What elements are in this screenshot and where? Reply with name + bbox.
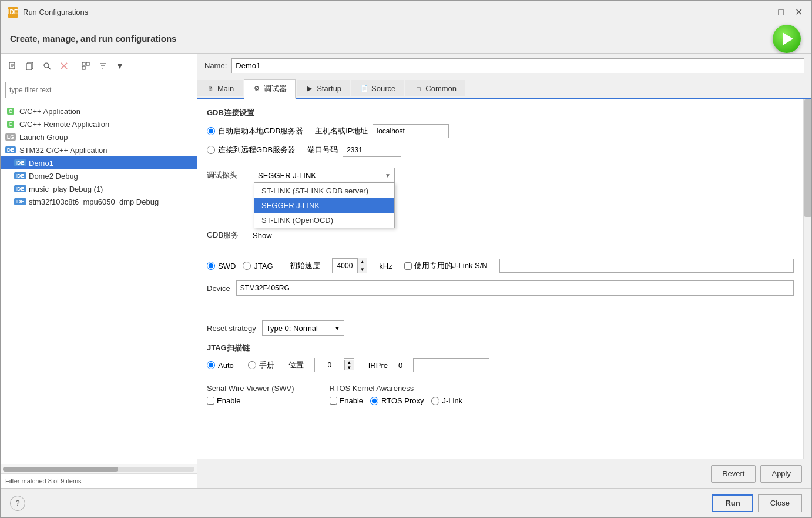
rtos-radio-group: Enable RTOS Proxy J-Link [330, 396, 463, 405]
rtos-proxy-radio[interactable] [370, 397, 378, 405]
tab-startup[interactable]: ▶ Startup [297, 80, 350, 96]
remote-gdb-label[interactable]: 连接到远程GDB服务器 [207, 145, 296, 155]
title-bar: IDE Run Configurations □ ✕ [1, 1, 811, 24]
search-button[interactable] [39, 59, 55, 73]
speed-up-button[interactable]: ▲ [358, 258, 367, 266]
source-tab-icon: 📄 [360, 85, 368, 93]
rtos-enable-label[interactable]: Enable [330, 396, 363, 405]
sidebar-item-dome2[interactable]: IDE Dome2 Debug [1, 169, 197, 182]
tab-startup-label: Startup [317, 84, 341, 93]
debug-probe-dropdown[interactable]: SEGGER J-LINK ▼ [254, 168, 395, 183]
probe-option-segger[interactable]: SEGGER J-LINK [254, 198, 394, 213]
show-label: Show [253, 231, 272, 240]
sidebar-item-cpp-app[interactable]: C C/C++ Application [1, 105, 197, 118]
position-up-button[interactable]: ▲ [345, 360, 354, 365]
swv-enable-label[interactable]: Enable [207, 396, 294, 405]
position-input[interactable] [315, 358, 344, 372]
jtag-auto-radio[interactable] [207, 361, 215, 369]
debug-probe-label: 调试探头 [207, 170, 248, 181]
sidebar-item-cpp-remote[interactable]: C C/C++ Remote Application [1, 118, 197, 131]
rtos-jlink-radio[interactable] [431, 397, 439, 405]
filter-input[interactable] [5, 82, 192, 98]
reset-dropdown-arrow-icon: ▼ [334, 325, 340, 332]
jtag-auto-label[interactable]: Auto [207, 361, 234, 370]
debug-tab-icon: ⚙ [253, 85, 261, 93]
rtos-jlink-label[interactable]: J-Link [431, 396, 463, 405]
filter-button[interactable] [95, 59, 110, 73]
host-input[interactable] [373, 124, 449, 138]
sidebar-item-stm32f103[interactable]: IDE stm32f103c8t6_mpu6050_dmp Debug [1, 195, 197, 208]
speed-spinner[interactable]: ▲ ▼ [357, 258, 367, 273]
close-button-bottom[interactable]: Close [758, 494, 802, 512]
host-label: 主机名或IP地址 [315, 126, 368, 136]
svg-line-7 [48, 67, 51, 69]
irpre-input[interactable] [413, 358, 489, 372]
gdb-section-title: GDB连接设置 [207, 108, 794, 118]
probe-option-stlink-gdb[interactable]: ST-LINK (ST-LINK GDB server) [254, 183, 394, 198]
run-configurations-window: IDE Run Configurations □ ✕ Create, manag… [0, 0, 812, 518]
jtag-radio[interactable] [243, 262, 251, 270]
probe-option-stlink-openocd[interactable]: ST-LINK (OpenOCD) [254, 213, 394, 228]
speed-unit: kHz [379, 262, 392, 270]
svg-rect-12 [82, 66, 85, 69]
debug-probe-container: SEGGER J-LINK ▼ ST-LINK (ST-LINK GDB ser… [254, 168, 395, 183]
sidebar-scrollbar[interactable] [1, 464, 197, 473]
launch-group-icon: LG [5, 132, 16, 142]
auto-gdb-label[interactable]: 自动启动本地GDB服务器 [207, 126, 303, 136]
rtos-enable-text: Enable [340, 396, 363, 405]
more-button[interactable]: ▼ [112, 59, 127, 73]
jlink-sn-input[interactable] [499, 259, 794, 273]
reset-dropdown[interactable]: Type 0: Normal ▼ [262, 320, 344, 336]
swv-enable-text: Enable [217, 396, 240, 405]
revert-button[interactable]: Revert [711, 465, 756, 483]
collapse-button[interactable] [78, 59, 93, 73]
tab-source[interactable]: 📄 Source [351, 80, 404, 96]
swd-radio[interactable] [207, 262, 215, 270]
speed-value: 4000 [333, 262, 358, 270]
cpp-app-label: C/C++ Application [19, 107, 80, 116]
sidebar-item-music[interactable]: IDE music_play Debug (1) [1, 182, 197, 195]
jtag-radio-label[interactable]: JTAG [243, 262, 273, 270]
demo1-icon: IDE [15, 158, 25, 168]
rtos-proxy-label[interactable]: RTOS Proxy [370, 396, 424, 405]
run-configuration-button[interactable] [771, 24, 802, 54]
apply-button[interactable]: Apply [760, 465, 802, 483]
minimize-button[interactable]: □ [775, 6, 787, 18]
new-configuration-button[interactable] [5, 59, 21, 73]
name-label: Name: [204, 61, 227, 70]
stm32-icon: DE [5, 145, 16, 155]
jtag-manual-radio[interactable] [248, 361, 256, 369]
rtos-proxy-text: RTOS Proxy [381, 396, 424, 405]
remote-gdb-radio[interactable] [207, 146, 215, 154]
position-down-button[interactable]: ▼ [345, 365, 354, 370]
panel-scrollbar[interactable] [803, 99, 811, 459]
auto-gdb-radio[interactable] [207, 127, 215, 135]
tab-main[interactable]: 🗎 Main [197, 80, 243, 96]
sidebar-item-launch-group[interactable]: LG Launch Group [1, 131, 197, 143]
port-input[interactable] [343, 143, 401, 157]
position-spinner-btns: ▲ ▼ [344, 360, 354, 370]
duplicate-button[interactable] [22, 59, 38, 73]
stm32f103-icon: IDE [15, 197, 25, 206]
jtag-manual-label[interactable]: 手册 [248, 360, 274, 370]
name-input[interactable] [231, 58, 804, 73]
jlink-sn-checkbox[interactable] [404, 262, 412, 270]
sidebar-item-demo1[interactable]: IDE Demo1 [1, 156, 197, 169]
run-icon [773, 25, 801, 53]
help-button[interactable]: ? [10, 496, 25, 511]
speed-down-button[interactable]: ▼ [358, 266, 367, 274]
run-button[interactable]: Run [712, 494, 753, 512]
probe-option-stlink-gdb-label: ST-LINK (ST-LINK GDB server) [261, 186, 368, 195]
tab-common[interactable]: □ Common [405, 80, 465, 96]
close-button[interactable]: ✕ [793, 6, 804, 18]
swv-enable-checkbox[interactable] [207, 397, 214, 405]
speed-selector: 4000 ▲ ▼ [332, 258, 368, 273]
jlink-sn-checkbox-label[interactable]: 使用专用的J-Link S/N [404, 260, 488, 271]
device-input[interactable] [236, 280, 794, 296]
music-label: music_play Debug (1) [29, 185, 103, 193]
rtos-enable-checkbox[interactable] [330, 397, 337, 405]
sidebar-item-stm32[interactable]: DE STM32 C/C++ Application [1, 143, 197, 156]
swd-radio-label[interactable]: SWD [207, 262, 236, 270]
tab-debug[interactable]: ⚙ 调试器 [244, 79, 296, 99]
delete-button[interactable] [56, 59, 72, 73]
